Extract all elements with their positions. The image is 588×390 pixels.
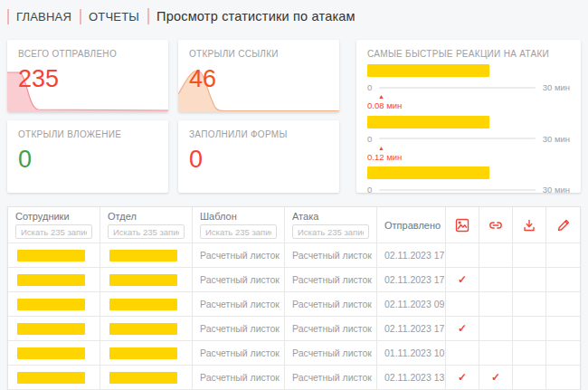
template-cell: Расчетный листок — [193, 317, 285, 341]
template-cell: Расчетный листок — [193, 292, 285, 317]
sent-cell: 02.11.2023 09:05 — [377, 292, 446, 317]
scale-track — [379, 138, 535, 139]
sent-column-label: Отправлено — [384, 220, 441, 231]
reaction-entry: 0 30 мин ▲ 0.12 мин — [367, 116, 570, 162]
template-cell: Расчетный листок — [193, 268, 285, 292]
opened-image-mark: ✓ — [446, 366, 479, 390]
table-row-employee-cell — [8, 366, 100, 390]
attack-cell: Расчетный листок — [285, 292, 377, 317]
pencil-icon — [556, 218, 571, 233]
clicked-link-mark: ✓ — [479, 366, 513, 390]
column-header-template: Шаблон — [193, 207, 285, 243]
opened-image-mark — [446, 292, 479, 317]
department-search-input[interactable] — [108, 224, 185, 239]
table-row-employee-cell — [8, 268, 100, 292]
column-header-opened-image — [446, 207, 479, 243]
sent-cell: 02.11.2023 17:19 — [377, 317, 446, 341]
opened-attachment-value: 0 — [18, 146, 157, 174]
sent-cell: 01.11.2023 10:28 — [377, 341, 446, 366]
column-header-department: Отдел — [100, 207, 193, 243]
table-row-employee-cell — [8, 243, 100, 268]
attack-column-label: Атака — [292, 211, 318, 222]
card-opened-links: ОТКРЫЛИ ССЫЛКИ 46 — [178, 40, 339, 112]
clicked-link-mark — [479, 268, 513, 292]
redacted-employee-bar — [17, 274, 85, 286]
opened-image-mark: ✓ — [446, 268, 479, 292]
reaction-marker-icon: ▲ — [378, 93, 570, 100]
table-row-department-cell — [100, 317, 193, 341]
attacks-table: Сотрудники Отдел Шаблон Атака Отправлено — [7, 206, 581, 390]
table-row-department-cell — [100, 243, 193, 268]
redacted-employee-bar — [17, 372, 85, 384]
redacted-department-bar — [109, 323, 177, 335]
redacted-department-bar — [109, 347, 177, 359]
breadcrumb-home-label[interactable]: ГЛАВНАЯ — [16, 10, 71, 24]
breadcrumb-item-reports[interactable]: ОТЧЕТЫ — [80, 9, 139, 24]
scale-max-label: 30 мин — [543, 134, 570, 144]
opened-image-mark — [446, 243, 479, 268]
redacted-employee-name-bar — [367, 166, 489, 179]
redacted-employee-bar — [17, 250, 85, 262]
dashboard-cards: ВСЕГО ОТПРАВЛЕНО 235 ОТКРЫЛИ ССЫЛКИ 46 О… — [0, 33, 588, 193]
redacted-employee-bar — [17, 299, 85, 310]
department-column-label: Отдел — [108, 211, 137, 222]
breadcrumb-item-home[interactable]: ГЛАВНАЯ — [7, 9, 71, 24]
filled-form-mark — [546, 243, 580, 268]
scale-min-label: 0 — [367, 185, 372, 193]
redacted-employee-name-bar — [367, 64, 489, 77]
filled-form-mark — [546, 292, 580, 317]
template-cell: Расчетный листок — [193, 341, 285, 366]
sent-cell: 02.11.2023 13:52 — [377, 366, 446, 390]
breadcrumb-current: Просмотр статистики по атакам — [147, 8, 356, 24]
reaction-scale: 0 30 мин — [367, 82, 570, 92]
image-icon — [455, 218, 469, 233]
template-column-label: Шаблон — [200, 211, 237, 222]
table-row-employee-cell — [8, 341, 100, 366]
employees-search-input[interactable] — [15, 224, 92, 239]
table-row-department-cell — [100, 292, 193, 317]
table-row-department-cell — [100, 341, 193, 366]
scale-track — [379, 189, 535, 191]
redacted-department-bar — [109, 274, 177, 286]
filled-form-mark — [546, 366, 580, 390]
download-icon — [522, 218, 536, 233]
table-row-department-cell — [100, 366, 193, 390]
total-sent-title: ВСЕГО ОТПРАВЛЕНО — [18, 49, 157, 59]
attack-cell: Расчетный листок — [285, 268, 377, 292]
column-header-downloaded — [513, 207, 546, 243]
downloaded-mark — [513, 268, 546, 292]
table-row-department-cell — [100, 268, 193, 292]
opened-image-mark — [446, 341, 479, 366]
employees-column-label: Сотрудники — [15, 211, 70, 222]
opened-image-mark: ✓ — [446, 317, 479, 341]
scale-track — [379, 87, 535, 89]
filled-form-mark — [546, 317, 580, 341]
total-sent-value: 235 — [18, 65, 157, 93]
column-header-attack: Атака — [285, 207, 377, 243]
template-search-input[interactable] — [200, 224, 277, 239]
attack-cell: Расчетный листок — [285, 317, 377, 341]
scale-min-label: 0 — [367, 134, 372, 144]
card-opened-attachment: ОТКРЫЛИ ВЛОЖЕНИЕ 0 — [7, 120, 168, 193]
redacted-employee-name-bar — [367, 116, 489, 128]
reaction-scale: 0 30 мин — [367, 185, 570, 193]
reaction-scale: 0 30 мин — [367, 134, 570, 144]
link-icon — [488, 218, 503, 233]
breadcrumb-reports-label[interactable]: ОТЧЕТЫ — [89, 10, 139, 24]
attack-search-input[interactable] — [292, 224, 369, 239]
redacted-department-bar — [109, 299, 177, 310]
sent-cell: 02.11.2023 17:19 — [377, 243, 446, 268]
column-header-employees: Сотрудники — [8, 207, 100, 243]
downloaded-mark — [513, 292, 546, 317]
redacted-employee-bar — [17, 323, 85, 335]
downloaded-mark — [513, 341, 546, 366]
template-cell: Расчетный листок — [193, 366, 285, 390]
opened-links-title: ОТКРЫЛИ ССЫЛКИ — [189, 49, 328, 59]
downloaded-mark — [513, 366, 546, 390]
table-row-employee-cell — [8, 317, 100, 341]
attack-cell: Расчетный листок — [285, 341, 377, 366]
scale-max-label: 30 мин — [543, 185, 570, 193]
reaction-marker-icon: ▲ — [378, 145, 570, 151]
filled-forms-value: 0 — [189, 146, 328, 174]
clicked-link-mark — [479, 243, 513, 268]
